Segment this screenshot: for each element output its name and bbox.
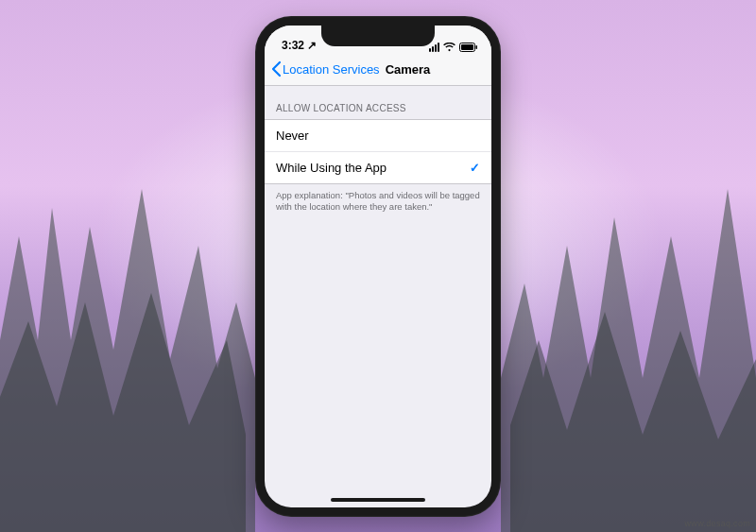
section-header: ALLOW LOCATION ACCESS	[265, 86, 491, 119]
back-button[interactable]: Location Services	[283, 62, 380, 77]
phone-screen: 3:32 ↗ Location Services	[265, 26, 491, 507]
status-time: 3:32	[282, 39, 304, 52]
svg-rect-2	[476, 45, 478, 49]
status-activity-icon: ↗	[307, 39, 317, 52]
cellular-signal-icon	[429, 43, 439, 52]
phone-frame: 3:32 ↗ Location Services	[255, 16, 501, 517]
wifi-icon	[443, 43, 455, 52]
battery-icon	[459, 43, 478, 52]
attribution-text: www.desaq.com	[685, 519, 750, 528]
wallpaper-background: 3:32 ↗ Location Services	[0, 0, 756, 532]
checkmark-icon: ✓	[470, 161, 480, 175]
option-while-using[interactable]: While Using the App ✓	[265, 152, 491, 183]
section-footer: App explanation: "Photos and videos will…	[265, 184, 491, 220]
page-title: Camera	[386, 62, 431, 77]
phone-notch	[321, 26, 435, 46]
navigation-bar: Location Services Camera	[265, 54, 491, 86]
home-indicator[interactable]	[331, 498, 425, 502]
svg-rect-1	[461, 44, 473, 50]
back-chevron-icon[interactable]	[270, 60, 282, 77]
options-list: Never While Using the App ✓	[265, 119, 491, 184]
option-never[interactable]: Never	[265, 120, 491, 152]
option-label: Never	[276, 129, 309, 143]
option-label: While Using the App	[276, 161, 387, 175]
